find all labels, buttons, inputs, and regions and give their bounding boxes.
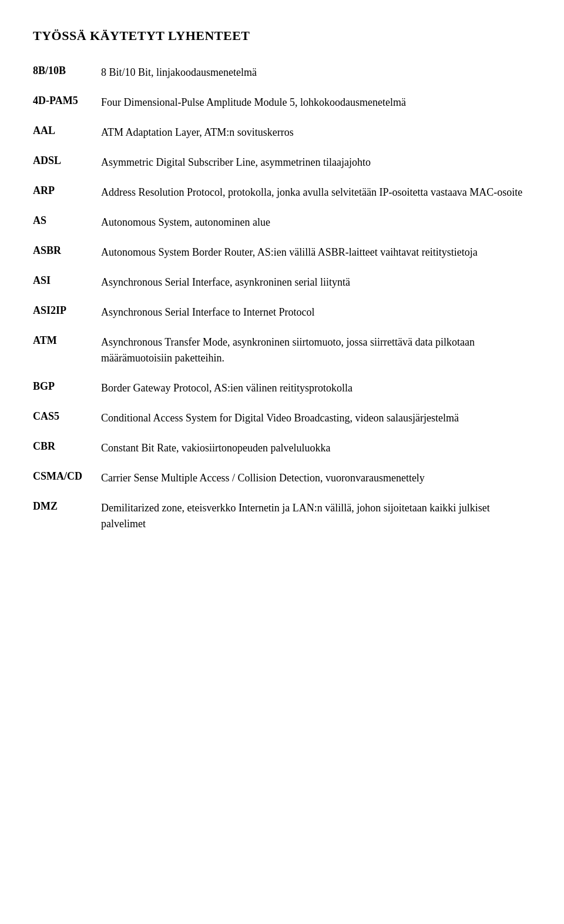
abbr-definition: Autonomous System Border Router, AS:ien … <box>101 245 531 274</box>
abbr-term: ASI2IP <box>33 304 101 334</box>
abbr-term: ASBR <box>33 245 101 274</box>
abbr-term: CBR <box>33 440 101 470</box>
abbr-definition: Asynchronous Transfer Mode, asynkroninen… <box>101 334 531 380</box>
list-item: 8B/10B8 Bit/10 Bit, linjakoodausmenetelm… <box>33 65 531 95</box>
abbr-term: AS <box>33 215 101 245</box>
list-item: ADSLAsymmetric Digital Subscriber Line, … <box>33 155 531 185</box>
list-item: CSMA/CDCarrier Sense Multiple Access / C… <box>33 470 531 500</box>
abbr-definition: Asymmetric Digital Subscriber Line, asym… <box>101 155 531 185</box>
abbr-term: ARP <box>33 185 101 215</box>
abbr-term: 4D-PAM5 <box>33 95 101 125</box>
abbr-definition: Carrier Sense Multiple Access / Collisio… <box>101 470 531 500</box>
abbr-definition: Autonomous System, autonominen alue <box>101 215 531 245</box>
abbreviations-list: 8B/10B8 Bit/10 Bit, linjakoodausmenetelm… <box>33 65 531 546</box>
list-item: DMZDemilitarized zone, eteisverkko Inter… <box>33 500 531 546</box>
list-item: ASBRAutonomous System Border Router, AS:… <box>33 245 531 274</box>
list-item: 4D-PAM5Four Dimensional-Pulse Amplitude … <box>33 95 531 125</box>
list-item: AALATM Adaptation Layer, ATM:n sovituske… <box>33 125 531 155</box>
abbr-term: ASI <box>33 274 101 304</box>
abbr-definition: Asynchronous Serial Interface to Interne… <box>101 304 531 334</box>
abbr-term: CSMA/CD <box>33 470 101 500</box>
list-item: ASAutonomous System, autonominen alue <box>33 215 531 245</box>
abbr-term: 8B/10B <box>33 65 101 95</box>
abbr-term: ADSL <box>33 155 101 185</box>
abbr-definition: ATM Adaptation Layer, ATM:n sovituskerro… <box>101 125 531 155</box>
abbr-definition: Demilitarized zone, eteisverkko Internet… <box>101 500 531 546</box>
abbr-term: CAS5 <box>33 410 101 440</box>
abbr-definition: Asynchronous Serial Interface, asynkroni… <box>101 274 531 304</box>
abbr-definition: Border Gateway Protocol, AS:ien välinen … <box>101 380 531 410</box>
page-title: TYÖSSÄ KÄYTETYT LYHENTEET <box>33 28 531 43</box>
list-item: ASIAsynchronous Serial Interface, asynkr… <box>33 274 531 304</box>
list-item: ARPAddress Resolution Protocol, protokol… <box>33 185 531 215</box>
abbr-definition: Address Resolution Protocol, protokolla,… <box>101 185 531 215</box>
abbr-definition: Conditional Access System for Digital Vi… <box>101 410 531 440</box>
abbr-term: AAL <box>33 125 101 155</box>
list-item: CAS5Conditional Access System for Digita… <box>33 410 531 440</box>
list-item: ATMAsynchronous Transfer Mode, asynkroni… <box>33 334 531 380</box>
abbr-term: ATM <box>33 334 101 380</box>
abbr-term: DMZ <box>33 500 101 546</box>
abbr-term: BGP <box>33 380 101 410</box>
list-item: CBRConstant Bit Rate, vakiosiirtonopeude… <box>33 440 531 470</box>
abbr-definition: Four Dimensional-Pulse Amplitude Module … <box>101 95 531 125</box>
abbr-definition: Constant Bit Rate, vakiosiirtonopeuden p… <box>101 440 531 470</box>
abbr-definition: 8 Bit/10 Bit, linjakoodausmenetelmä <box>101 65 531 95</box>
list-item: ASI2IPAsynchronous Serial Interface to I… <box>33 304 531 334</box>
list-item: BGPBorder Gateway Protocol, AS:ien välin… <box>33 380 531 410</box>
